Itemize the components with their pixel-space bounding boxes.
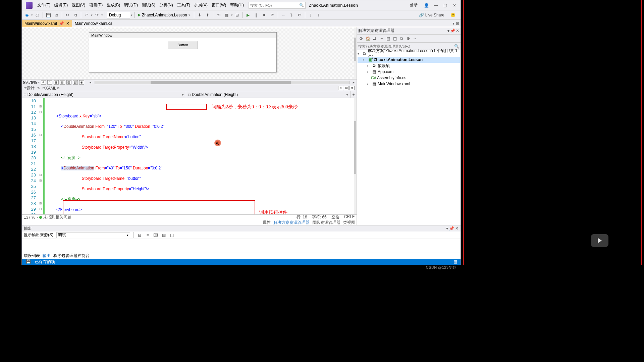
user-icon[interactable]: 👤 xyxy=(422,2,431,9)
se-home2-icon[interactable]: 🏠 xyxy=(365,36,371,42)
menu-file[interactable]: 文件(F) xyxy=(35,1,52,9)
preview-button-control[interactable]: Button xyxy=(168,41,198,49)
tab-output[interactable]: 输出 xyxy=(43,253,51,259)
step-icon-2[interactable]: ⤵ xyxy=(288,11,295,19)
xaml-designer[interactable]: MainWindow Button xyxy=(22,27,357,79)
start-debug-button[interactable]: Zhaoxi.Animation.Lesson ▾ xyxy=(136,11,192,19)
tab-properties[interactable]: 属性 xyxy=(263,220,271,225)
out-close-icon[interactable]: ✕ xyxy=(455,226,459,231)
out-icon-3[interactable]: ⌧ xyxy=(153,232,159,238)
line-ending[interactable]: CRLF xyxy=(344,214,355,220)
tool-icon-3[interactable]: ⟲ xyxy=(215,11,222,19)
menu-view[interactable]: 视图(V) xyxy=(70,1,87,9)
se-tool-icon-1[interactable]: ⋯ xyxy=(378,36,384,42)
zoom-level[interactable]: 89.78% xyxy=(23,80,37,85)
menu-tools[interactable]: 工具(T) xyxy=(175,1,192,9)
split-design-tab[interactable]: □ 设计 xyxy=(24,85,35,91)
out-icon-1[interactable]: ⊟ xyxy=(137,232,143,238)
step-icon-1[interactable]: → xyxy=(280,11,287,19)
se-tool-icon-2[interactable]: ▤ xyxy=(385,36,391,42)
output-source-select[interactable]: 调试▾ xyxy=(56,232,130,238)
dbg-stop-icon[interactable]: ■ xyxy=(261,11,268,19)
se-tool-icon-6[interactable]: ↔ xyxy=(412,36,418,42)
tool-icon-2[interactable]: ⬆ xyxy=(204,11,211,19)
out-dropdown-icon[interactable]: ▾ xyxy=(446,226,448,231)
se-tool-icon-5[interactable]: ⚙ xyxy=(405,36,411,42)
dbg-pause-icon[interactable]: ‖ xyxy=(253,11,260,19)
editor-zoom[interactable]: 137 % xyxy=(24,215,35,220)
tab-solution-explorer[interactable]: 解决方案资源管理器 xyxy=(273,220,310,225)
undo-icon[interactable]: ↶ xyxy=(83,11,90,19)
out-icon-5[interactable]: ◫ xyxy=(169,232,175,238)
output-body[interactable] xyxy=(22,239,461,253)
menu-edit[interactable]: 编辑(E) xyxy=(52,1,70,9)
out-pin-icon[interactable]: 📌 xyxy=(449,226,454,231)
tabs-dropdown-icon[interactable]: ▾ xyxy=(452,21,454,26)
tree-mainwindow[interactable]: ▸▤MainWindow.xaml xyxy=(358,81,460,87)
nav-fwd-icon[interactable]: ◌ xyxy=(34,11,41,19)
tab-class-view[interactable]: 类视图 xyxy=(343,220,355,225)
indent-icon-2[interactable]: ⫴ xyxy=(315,11,322,19)
menu-project[interactable]: 项目(P) xyxy=(87,1,105,9)
solution-tree[interactable]: ▾⧉解决方案"Zhaoxi.Animation.Lesson"(1 个项目/共 … xyxy=(357,50,461,225)
step-icon-3[interactable]: ⟳ xyxy=(296,11,303,19)
designer-vscroll[interactable] xyxy=(354,27,357,79)
video-play-widget[interactable] xyxy=(591,234,608,247)
code-body[interactable]: <Storyboard x:Key="sb"> <DoubleAnimation… xyxy=(45,98,357,214)
signin-link[interactable]: 登录 xyxy=(408,2,420,8)
redo-icon[interactable]: ↷ xyxy=(93,11,101,19)
tool-icon-1[interactable]: ⬇ xyxy=(196,11,203,19)
menu-test[interactable]: 测试(S) xyxy=(140,1,157,9)
tab-mainwindow-cs[interactable]: MainWindow.xaml.cs xyxy=(72,20,115,27)
tree-root[interactable]: ▾⧉解决方案"Zhaoxi.Animation.Lesson"(1 个项目/共 … xyxy=(358,51,460,57)
out-icon-4[interactable]: ▤ xyxy=(161,232,167,238)
se-dropdown-icon[interactable]: ▾ xyxy=(447,29,449,33)
code-editor[interactable]: 1011121314151617181920212223242526272829… xyxy=(22,98,357,214)
minimize-button[interactable]: — xyxy=(431,2,440,9)
save-all-icon[interactable]: 🗂 xyxy=(53,11,60,19)
tab-error-list[interactable]: 错误列表 xyxy=(24,253,40,259)
dbg-play-icon[interactable]: ▶ xyxy=(245,11,252,19)
solution-search-input[interactable] xyxy=(358,44,454,48)
tab-package-console[interactable]: 程序包管理器控制台 xyxy=(53,253,90,259)
menu-analyze[interactable]: 分析(N) xyxy=(157,1,175,9)
out-icon-2[interactable]: ≡ xyxy=(145,232,151,238)
indent-mode[interactable]: 空格 xyxy=(331,214,339,220)
footer-icon-3[interactable]: ▤ xyxy=(60,80,65,85)
split-xaml-tab[interactable]: □ XAML ⧉ xyxy=(43,86,59,91)
pin-icon[interactable]: 📌 xyxy=(59,21,64,26)
tool-icon-5[interactable]: ⊟ xyxy=(233,11,241,19)
footer-icon-fx[interactable]: fx xyxy=(47,80,52,85)
indent-icon-1[interactable]: ⫶ xyxy=(307,11,314,19)
config-select[interactable]: Debug xyxy=(107,12,130,18)
live-share-button[interactable]: 🔗 Live Share 🙂 xyxy=(416,11,459,19)
feedback-icon[interactable]: 🙂 xyxy=(449,11,457,19)
footer-icon-2[interactable]: ▦ xyxy=(54,80,59,85)
footer-icon-4[interactable]: ◫ xyxy=(66,80,71,85)
menu-debug[interactable]: 调试(D) xyxy=(122,1,140,9)
breadcrumb-right[interactable]: □ DoubleAnimation (Height)▾ xyxy=(186,91,351,98)
menu-window[interactable]: 窗口(W) xyxy=(210,1,228,9)
tree-app-xaml[interactable]: ▸▤App.xaml xyxy=(358,69,460,75)
copy-icon[interactable]: ⧉ xyxy=(72,11,79,19)
tab-mainwindow-xaml[interactable]: MainWindow.xaml 📌 ✕ xyxy=(22,20,72,27)
quick-search[interactable]: 🔍 xyxy=(249,2,306,9)
tree-assemblyinfo[interactable]: C#AssemblyInfo.cs xyxy=(358,75,460,81)
code-vscroll[interactable] xyxy=(354,98,357,214)
footer-icon-1[interactable]: ⊙ xyxy=(41,80,46,85)
status-end-icon[interactable]: ▦ xyxy=(452,259,459,264)
menu-extensions[interactable]: 扩展(X) xyxy=(192,1,210,9)
tool-icon-4[interactable]: ▦ xyxy=(223,11,230,19)
tree-deps[interactable]: ▸⚙依赖项 xyxy=(358,63,460,69)
se-tool-icon-4[interactable]: ⧉ xyxy=(398,36,405,42)
cut-icon[interactable]: ✂ xyxy=(64,11,71,19)
close-button[interactable]: ✕ xyxy=(450,2,459,9)
se-close-icon[interactable]: ✕ xyxy=(456,29,459,33)
split-icon-3[interactable]: ▥ xyxy=(350,86,355,90)
se-sync-icon[interactable]: ⇄ xyxy=(372,36,378,42)
se-pin-icon[interactable]: 📌 xyxy=(450,29,455,33)
split-icon-1[interactable]: ▯ xyxy=(338,86,343,90)
save-icon[interactable]: 💾 xyxy=(45,11,52,19)
menu-help[interactable]: 帮助(H) xyxy=(228,1,246,9)
footer-icon-6[interactable]: ◐ xyxy=(79,80,84,85)
